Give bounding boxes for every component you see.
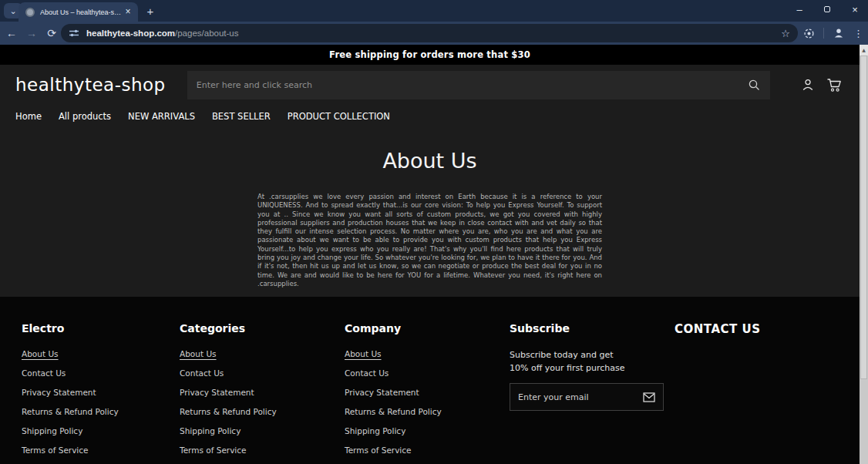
minimize-button[interactable]: – (792, 3, 806, 15)
footer-link-contact-us[interactable]: Contact Us (345, 368, 389, 378)
nav-item-all-products[interactable]: All products (59, 111, 111, 122)
footer-link-privacy[interactable]: Privacy Statement (22, 388, 96, 397)
restore-icon (824, 6, 830, 12)
nav-item-best-seller[interactable]: BEST SELLER (212, 111, 271, 122)
footer-heading: Company (345, 322, 510, 335)
footer-link-about-us[interactable]: About Us (22, 349, 59, 358)
browser-tab[interactable]: About Us – healthytea-shop × (19, 2, 138, 22)
footer-link-terms[interactable]: Terms of Service (180, 446, 247, 455)
footer-link-terms[interactable]: Terms of Service (345, 446, 412, 455)
site-footer: Electro About Us Contact Us Privacy Stat… (0, 297, 860, 464)
profile-avatar-icon[interactable] (833, 27, 845, 39)
footer-column-contact: CONTACT US (675, 322, 860, 464)
cart-icon[interactable] (826, 78, 843, 92)
browser-menu-icon[interactable]: ⋮ (853, 28, 863, 39)
restore-button[interactable] (820, 3, 834, 15)
nav-item-product-collection[interactable]: PRODUCT COLLECTION (288, 111, 390, 122)
footer-link-terms[interactable]: Terms of Service (22, 446, 89, 455)
toolbar-right: ⋮ (803, 22, 863, 45)
footer-column-company: Company About Us Contact Us Privacy Stat… (345, 322, 510, 464)
footer-link-returns[interactable]: Returns & Refund Policy (22, 407, 119, 416)
browser-toolbar: ← → ⟳ healthytea-shop.com/pages/about-us… (0, 22, 868, 45)
announcement-bar: Free shipping for orders more that $30 (0, 45, 860, 65)
main-navigation: Home All products NEW ARRIVALS BEST SELL… (0, 105, 860, 128)
url-text: healthytea-shop.com/pages/about-us (86, 29, 781, 38)
tab-favicon-icon (25, 8, 35, 17)
footer-column-electro: Electro About Us Contact Us Privacy Stat… (22, 322, 180, 464)
page-title: About Us (0, 149, 860, 173)
search-input[interactable] (197, 80, 748, 90)
about-section: About Us At .carsupplies we love every p… (0, 149, 860, 288)
footer-link-privacy[interactable]: Privacy Statement (180, 388, 254, 397)
contact-heading: CONTACT US (675, 322, 860, 336)
envelope-icon[interactable] (643, 392, 655, 402)
search-box (187, 71, 770, 99)
refresh-button[interactable]: ⟳ (43, 27, 60, 39)
url-path: /pages/about-us (175, 29, 238, 38)
page-scrollbar[interactable]: ▲ (860, 45, 868, 464)
footer-link-returns[interactable]: Returns & Refund Policy (345, 407, 442, 416)
site-logo[interactable]: healthytea-shop (15, 75, 187, 95)
subscribe-heading: Subscribe (510, 322, 675, 335)
chevron-down-icon: ⌄ (9, 6, 16, 16)
browser-chrome: ⌄ About Us – healthytea-shop × + – × ← →… (0, 0, 868, 45)
footer-heading: Categories (180, 322, 345, 335)
footer-column-subscribe: Subscribe Subscribe today and get 10% of… (510, 322, 675, 464)
footer-link-contact-us[interactable]: Contact Us (180, 368, 224, 378)
announcement-text: Free shipping for orders more that $30 (329, 49, 530, 60)
close-window-button[interactable]: × (848, 3, 862, 15)
site-settings-icon[interactable] (69, 28, 79, 39)
window-controls: – × (792, 3, 862, 15)
scroll-up-icon[interactable]: ▲ (860, 45, 868, 55)
tab-title: About Us – healthytea-shop (40, 8, 123, 16)
tab-close-icon[interactable]: × (123, 7, 133, 18)
footer-link-about-us[interactable]: About Us (345, 349, 382, 358)
browser-action-icon[interactable] (803, 28, 815, 39)
nav-item-new-arrivals[interactable]: NEW ARRIVALS (128, 111, 195, 122)
about-body-text: At .carsupplies we love every passion an… (257, 193, 602, 288)
header-icons (801, 78, 843, 92)
footer-link-privacy[interactable]: Privacy Statement (345, 388, 419, 397)
footer-heading: Electro (22, 322, 180, 335)
footer-link-returns[interactable]: Returns & Refund Policy (180, 407, 277, 416)
scrollbar-thumb[interactable] (860, 55, 867, 379)
forward-button[interactable]: → (23, 27, 40, 39)
new-tab-button[interactable]: + (143, 5, 157, 18)
newsletter-box (510, 383, 664, 411)
subscribe-text: Subscribe today and get 10% off your fir… (510, 349, 633, 375)
webpage: Free shipping for orders more that $30 h… (0, 45, 860, 464)
toolbar-divider (823, 28, 824, 39)
footer-link-contact-us[interactable]: Contact Us (22, 368, 66, 378)
tab-strip: ⌄ About Us – healthytea-shop × + – × (0, 0, 868, 22)
address-bar[interactable]: healthytea-shop.com/pages/about-us ☆ (61, 24, 798, 42)
url-domain: healthytea-shop.com (86, 29, 175, 38)
newsletter-email-input[interactable] (518, 392, 643, 402)
footer-link-about-us[interactable]: About Us (180, 349, 217, 358)
footer-column-categories: Categories About Us Contact Us Privacy S… (180, 322, 345, 464)
nav-item-home[interactable]: Home (15, 111, 42, 122)
back-button[interactable]: ← (3, 27, 20, 39)
site-header: healthytea-shop (0, 65, 860, 105)
footer-link-shipping[interactable]: Shipping Policy (180, 426, 241, 435)
account-icon[interactable] (801, 78, 815, 92)
footer-link-shipping[interactable]: Shipping Policy (22, 426, 82, 435)
bookmark-star-icon[interactable]: ☆ (781, 28, 790, 39)
footer-link-shipping[interactable]: Shipping Policy (345, 426, 405, 435)
search-icon[interactable] (748, 79, 761, 92)
